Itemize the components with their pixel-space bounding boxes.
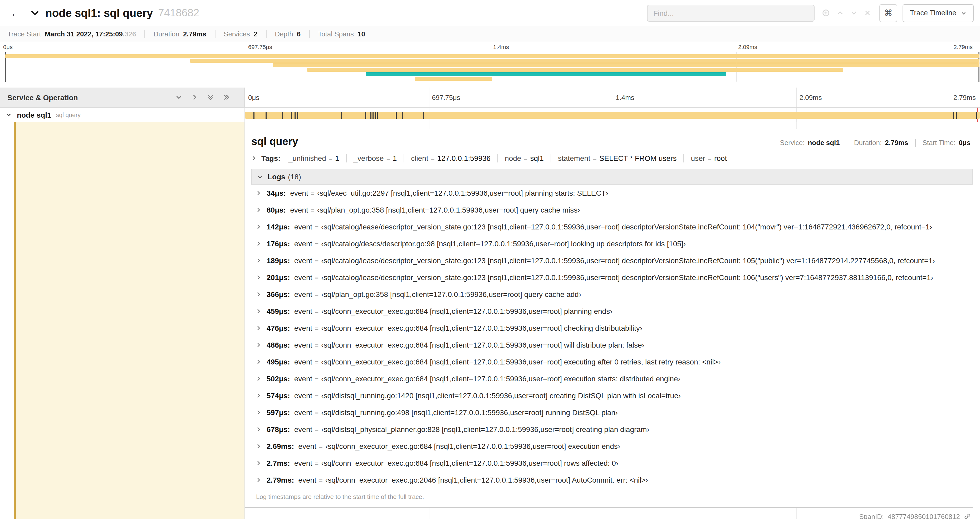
- log-value: ‹sql/conn_executor_exec.go:684 [nsql1,cl…: [321, 341, 644, 349]
- chevron-down-icon: [257, 174, 263, 180]
- log-key: event: [294, 425, 312, 434]
- log-row[interactable]: 502μs:event=‹sql/conn_executor_exec.go:6…: [251, 370, 973, 387]
- collapse-all-icon[interactable]: [207, 94, 214, 101]
- chevron-right-icon: [256, 444, 261, 449]
- clear-search-icon[interactable]: [864, 10, 871, 16]
- log-marker: [956, 112, 957, 119]
- log-row[interactable]: 34μs:event=‹sql/exec_util.go:2297 [nsql1…: [251, 185, 973, 201]
- log-row[interactable]: 495μs:event=‹sql/conn_executor_exec.go:6…: [251, 353, 973, 370]
- copy-link-icon[interactable]: [964, 513, 971, 519]
- chevron-down-icon: [6, 112, 11, 118]
- log-row[interactable]: 678μs:event=‹sql/distsql_physical_planne…: [251, 421, 973, 438]
- log-row[interactable]: 2.69ms:event=‹sql/conn_executor_exec.go:…: [251, 438, 973, 455]
- log-key: event: [294, 240, 312, 248]
- find-input[interactable]: [647, 5, 815, 21]
- log-key: event: [294, 391, 312, 400]
- span-service-name: node sql1: [17, 110, 51, 119]
- chevron-right-icon: [256, 376, 261, 381]
- log-value: ‹sql/conn_executor_exec.go:684 [nsql1,cl…: [321, 374, 681, 383]
- log-event: event=‹sql/conn_executor_exec.go:684 [ns…: [294, 307, 612, 315]
- timeline-ruler: 0μs697.75μs1.4ms2.09ms2.79ms: [245, 88, 980, 107]
- back-button[interactable]: ←: [6, 6, 25, 20]
- minimap-labels: 0μs697.75μs1.4ms2.09ms2.79ms: [0, 43, 980, 52]
- chevron-right-icon: [256, 427, 261, 432]
- expand-all-icon[interactable]: [223, 94, 230, 101]
- log-row[interactable]: 2.7ms:event=‹sql/conn_executor_exec.go:6…: [251, 455, 973, 471]
- log-row[interactable]: 80μs:event=‹sql/plan_opt.go:358 [nsql1,c…: [251, 201, 973, 218]
- log-marker: [340, 112, 342, 119]
- tick-label: 0μs: [3, 44, 13, 50]
- log-row[interactable]: 142μs:event=‹sql/catalog/lease/descripto…: [251, 218, 973, 235]
- tag-equals: =: [329, 155, 332, 163]
- log-timestamp: 201μs:: [267, 273, 290, 282]
- prev-match-icon[interactable]: [837, 10, 843, 16]
- log-timestamp: 189μs:: [267, 256, 290, 265]
- log-marker: [291, 112, 292, 119]
- log-timestamp: 366μs:: [267, 290, 290, 299]
- service-operation-title: Service & Operation: [7, 93, 78, 102]
- log-key: event: [294, 256, 312, 265]
- trace-view-dropdown[interactable]: Trace Timeline: [902, 4, 974, 22]
- log-row[interactable]: 476μs:event=‹sql/conn_executor_exec.go:6…: [251, 319, 973, 337]
- log-equals: =: [315, 308, 318, 315]
- log-row[interactable]: 189μs:event=‹sql/catalog/lease/descripto…: [251, 252, 973, 269]
- tag-key: _unfinished: [288, 154, 326, 163]
- log-value: ‹sql/distsql_physical_planner.go:828 [ns…: [321, 425, 649, 434]
- log-marker: [282, 112, 283, 119]
- log-marker: [423, 112, 424, 119]
- log-timestamp: 502μs:: [267, 374, 290, 383]
- log-marker: [377, 112, 378, 119]
- next-match-icon[interactable]: [850, 10, 857, 16]
- chevron-right-icon: [256, 359, 261, 364]
- span-row-name-cell[interactable]: node sql1 sql query: [0, 108, 245, 122]
- chevron-down-icon: [961, 10, 966, 16]
- chevron-right-icon: [256, 460, 261, 466]
- summary-value: 2: [254, 30, 258, 38]
- log-timestamp: 34μs:: [267, 189, 286, 197]
- span-duration-bar[interactable]: [245, 112, 980, 119]
- log-timestamp: 486μs:: [267, 341, 290, 349]
- log-value: ‹sql/conn_executor_exec.go:684 [nsql1,cl…: [325, 442, 620, 450]
- overview-item: Start Time:0μs: [915, 139, 970, 147]
- span-detail-column: sql query Service:node sql1Duration:2.79…: [245, 122, 980, 519]
- tree-controls: [175, 94, 237, 101]
- tags-row[interactable]: Tags: _unfinished=1_verbose=1client=127.…: [251, 154, 973, 163]
- log-marker: [370, 112, 371, 119]
- summary-label: Depth: [275, 30, 293, 38]
- log-equals: =: [315, 325, 318, 332]
- minimap-span: [191, 59, 980, 62]
- span-tree-offset-highlight: [14, 122, 245, 519]
- log-marker: [298, 112, 299, 119]
- collapse-trace-chevron-icon[interactable]: [30, 9, 39, 17]
- overview-value: 2.79ms: [885, 139, 908, 147]
- log-row[interactable]: 486μs:event=‹sql/conn_executor_exec.go:6…: [251, 337, 973, 353]
- expand-one-icon[interactable]: [191, 94, 198, 101]
- log-equals: =: [315, 342, 318, 349]
- log-equals: =: [311, 207, 315, 214]
- collapse-one-icon[interactable]: [175, 94, 182, 101]
- log-row[interactable]: 176μs:event=‹sql/catalog/descs/descripto…: [251, 235, 973, 252]
- summary-label: Total Spans: [318, 30, 354, 38]
- span-detail-card: sql query Service:node sql1Duration:2.79…: [245, 129, 973, 508]
- keyboard-shortcuts-button[interactable]: ⌘: [879, 4, 897, 22]
- log-row[interactable]: 574μs:event=‹sql/distsql_running.go:1420…: [251, 387, 973, 404]
- tag-item: statement=SELECT * FROM users: [550, 154, 677, 163]
- log-equals: =: [315, 241, 318, 248]
- log-timestamp: 476μs:: [267, 324, 290, 332]
- tag-value: sql1: [530, 154, 544, 163]
- log-row[interactable]: 459μs:event=‹sql/conn_executor_exec.go:6…: [251, 303, 973, 319]
- summary-label: Services: [224, 30, 250, 38]
- chevron-right-icon: [256, 224, 261, 230]
- scroll-to-match-icon[interactable]: [822, 9, 830, 17]
- log-row[interactable]: 201μs:event=‹sql/catalog/lease/descripto…: [251, 269, 973, 286]
- log-key: event: [294, 374, 312, 383]
- log-value: ‹sql/conn_executor_exec.go:684 [nsql1,cl…: [321, 324, 642, 332]
- log-row[interactable]: 366μs:event=‹sql/plan_opt.go:358 [nsql1,…: [251, 286, 973, 303]
- log-row[interactable]: 597μs:event=‹sql/distsql_running.go:498 …: [251, 404, 973, 421]
- log-value: ‹sql/conn_executor_exec.go:684 [nsql1,cl…: [321, 307, 612, 315]
- log-row[interactable]: 2.79ms:event=‹sql/conn_executor_exec.go:…: [251, 471, 973, 489]
- log-value: ‹sql/catalog/lease/descriptor_version_st…: [321, 273, 933, 282]
- log-key: event: [298, 476, 317, 484]
- minimap-canvas[interactable]: [5, 52, 980, 82]
- logs-header[interactable]: Logs (18): [251, 169, 973, 185]
